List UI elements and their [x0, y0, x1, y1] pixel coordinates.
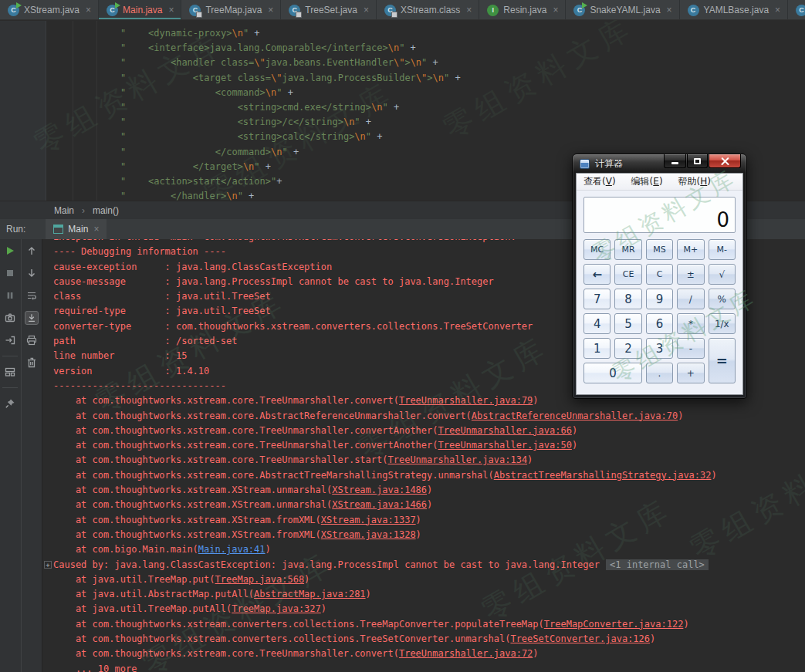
console-line: at com.thoughtworks.xstream.XStream.from… — [53, 513, 805, 528]
key-ce[interactable]: CE — [614, 264, 641, 285]
tab-close-icon[interactable]: × — [364, 5, 369, 15]
key-ms[interactable]: MS — [646, 239, 673, 260]
key-9[interactable]: 9 — [646, 289, 673, 309]
key-0[interactable]: 0 — [583, 363, 642, 383]
tab-treeset-java[interactable]: C TreeSet.java × — [281, 0, 377, 20]
key-divide[interactable]: / — [677, 289, 704, 309]
tab-yamlbase-java[interactable]: C YAMLBase.java × — [680, 0, 789, 20]
key-mplus[interactable]: M+ — [677, 239, 704, 260]
stacktrace-link[interactable]: XStream.java:1486 — [332, 485, 427, 495]
tab-label: YAMLBase.java — [704, 5, 769, 15]
tab-main-java[interactable]: C Main.java × — [99, 0, 181, 20]
key-sqrt[interactable]: √ — [709, 264, 736, 285]
breadcrumb-class[interactable]: Main — [54, 205, 74, 216]
up-stack-trace-icon[interactable] — [25, 244, 39, 258]
stacktrace-link[interactable]: Main.java:41 — [198, 544, 266, 555]
stacktrace-link[interactable]: TreeMap.java:568 — [215, 574, 305, 585]
pause-button[interactable] — [3, 289, 17, 302]
calculator-window[interactable]: 零组资料文库 零组资料文库 计算器 查看(V) 编辑(E) 帮助(H) 0 MC — [572, 154, 747, 399]
tab-close-icon[interactable]: × — [86, 5, 91, 15]
code-line: " <string>cmd.exe</string>\n" + — [48, 100, 805, 115]
key-reciprocal[interactable]: 1/x — [709, 313, 736, 334]
stacktrace-link[interactable]: XStream.java:1466 — [332, 499, 427, 510]
stacktrace-link[interactable]: TreeUnmarshaller.java:72 — [399, 648, 533, 659]
minimize-button[interactable] — [664, 154, 686, 168]
run-tab-main[interactable]: Main × — [46, 219, 107, 239]
soft-wrap-icon[interactable] — [25, 289, 39, 302]
tab-close-icon[interactable]: × — [168, 5, 174, 15]
maximize-button[interactable] — [687, 154, 708, 168]
stacktrace-link[interactable]: AbstractReferenceUnmarshaller.java:70 — [472, 410, 678, 421]
stacktrace-link[interactable]: TreeUnmarshaller.java:79 — [399, 395, 533, 406]
key-mr[interactable]: MR — [614, 239, 641, 260]
tab-close-icon[interactable]: × — [268, 5, 273, 15]
restore-layout-icon[interactable] — [3, 365, 17, 379]
key-4[interactable]: 4 — [583, 313, 611, 334]
key-mc[interactable]: MC — [583, 239, 611, 260]
tab-close-icon[interactable]: × — [466, 5, 472, 15]
toolbar-separator — [2, 387, 18, 388]
tab-label: XStream.class — [401, 5, 460, 15]
tab-partial[interactable]: C Ma — [788, 0, 805, 20]
tab-close-icon[interactable]: × — [775, 5, 780, 15]
breadcrumb-method[interactable]: main() — [93, 205, 119, 216]
key-subtract[interactable]: - — [677, 338, 704, 359]
stop-button[interactable] — [3, 266, 17, 280]
menu-edit[interactable]: 编辑(E) — [631, 175, 663, 188]
key-negate[interactable]: ± — [677, 264, 704, 285]
stacktrace-link[interactable]: TreeSetConverter.java:126 — [510, 633, 650, 644]
pin-icon[interactable] — [3, 397, 17, 410]
calculator-title-bar[interactable]: 计算器 — [573, 154, 746, 173]
console-line: at java.util.TreeMap.putAll(TreeMap.java… — [53, 602, 805, 616]
stacktrace-link[interactable]: TreeMap.java:327 — [232, 603, 321, 614]
menu-help[interactable]: 帮助(H) — [678, 175, 711, 188]
scroll-to-end-icon[interactable] — [25, 311, 39, 325]
key-percent[interactable]: % — [709, 289, 736, 309]
code-line: " <dynamic-proxy>\n" + — [48, 26, 805, 41]
internal-calls-badge: <1 internal call> — [606, 559, 709, 570]
key-c[interactable]: C — [646, 264, 673, 285]
close-button[interactable] — [709, 154, 741, 168]
stacktrace-link[interactable]: TreeUnmarshaller.java:50 — [438, 440, 572, 451]
key-backspace[interactable]: ← — [583, 264, 611, 285]
key-mminus[interactable]: M- — [709, 239, 736, 260]
key-6[interactable]: 6 — [646, 313, 673, 334]
key-multiply[interactable]: * — [677, 313, 704, 334]
interface-icon: I — [487, 5, 499, 16]
key-1[interactable]: 1 — [583, 338, 611, 359]
key-7[interactable]: 7 — [583, 289, 611, 309]
stacktrace-link[interactable]: TreeMapConverter.java:122 — [544, 619, 684, 630]
stacktrace-link[interactable]: TreeUnmarshaller.java:134 — [387, 454, 527, 465]
key-decimal[interactable]: . — [646, 363, 673, 383]
key-5[interactable]: 5 — [614, 313, 641, 334]
fold-expand-icon[interactable]: + — [44, 561, 52, 569]
thread-dump-camera-icon[interactable] — [3, 311, 17, 325]
stacktrace-link[interactable]: XStream.java:1337 — [321, 515, 416, 525]
tab-snakeyaml-java[interactable]: C SnakeYAML.java × — [566, 0, 679, 20]
down-stack-trace-icon[interactable] — [25, 266, 39, 280]
key-2[interactable]: 2 — [614, 338, 641, 359]
tab-xstream-java[interactable]: C XStream.java × — [0, 0, 99, 20]
menu-view[interactable]: 查看(V) — [583, 175, 616, 188]
tab-close-icon[interactable]: × — [553, 5, 558, 15]
print-icon[interactable] — [25, 333, 39, 347]
stacktrace-link[interactable]: XStream.java:1328 — [321, 529, 416, 540]
stacktrace-link[interactable]: AbstractMap.java:281 — [254, 589, 366, 599]
console-line: at com.thoughtworks.xstream.XStream.unma… — [53, 498, 805, 512]
run-tab-close-icon[interactable]: × — [93, 224, 99, 235]
key-8[interactable]: 8 — [614, 289, 641, 309]
console-line: at com.thoughtworks.xstream.core.TreeUnm… — [53, 647, 805, 661]
stacktrace-link[interactable]: AbstractTreeMarshallingStrategy.java:32 — [494, 470, 712, 481]
console-line: at com.bigo.Main.main(Main.java:41) — [53, 542, 805, 557]
key-3[interactable]: 3 — [646, 338, 673, 359]
clear-console-trash-icon[interactable] — [25, 356, 39, 370]
rerun-button[interactable] — [3, 244, 17, 258]
key-add[interactable]: + — [677, 363, 704, 383]
exit-icon[interactable] — [3, 333, 17, 347]
key-equals[interactable]: = — [709, 338, 736, 383]
tab-close-icon[interactable]: × — [667, 5, 672, 15]
tab-treemap-java[interactable]: C TreeMap.java × — [181, 0, 281, 20]
stacktrace-link[interactable]: TreeUnmarshaller.java:66 — [438, 425, 572, 436]
tab-resin-java[interactable]: I Resin.java × — [479, 0, 566, 20]
tab-xstream-class[interactable]: C XStream.class × — [377, 0, 479, 20]
